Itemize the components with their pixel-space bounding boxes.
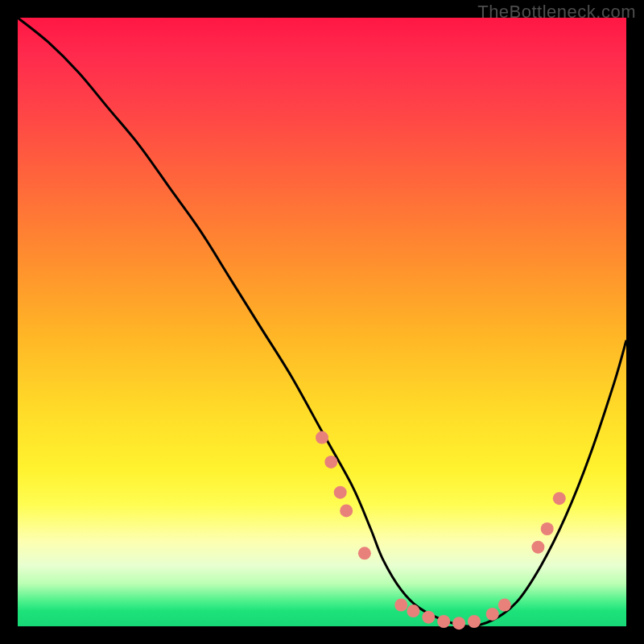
- marker-dot: [541, 522, 554, 535]
- marker-dot: [407, 605, 419, 617]
- marker-dot: [394, 599, 407, 612]
- marker-dot: [553, 492, 566, 505]
- marker-dot: [531, 541, 544, 554]
- plot-area: [18, 18, 626, 626]
- marker-dot: [340, 504, 353, 517]
- marker-dot: [358, 547, 371, 559]
- marker-dot: [452, 617, 465, 630]
- marker-dot: [468, 615, 481, 628]
- marker-dot: [498, 599, 511, 612]
- marker-dot: [422, 611, 435, 624]
- marker-dot: [334, 486, 347, 499]
- chart-frame: TheBottleneck.com: [0, 0, 644, 644]
- marker-dot: [324, 456, 337, 469]
- marker-dot: [437, 615, 450, 628]
- marker-dot: [316, 431, 328, 444]
- watermark-text: TheBottleneck.com: [477, 2, 636, 23]
- curve-markers: [316, 431, 566, 630]
- curve-layer: [18, 18, 626, 626]
- marker-dot: [486, 608, 499, 621]
- bottleneck-curve: [18, 18, 626, 626]
